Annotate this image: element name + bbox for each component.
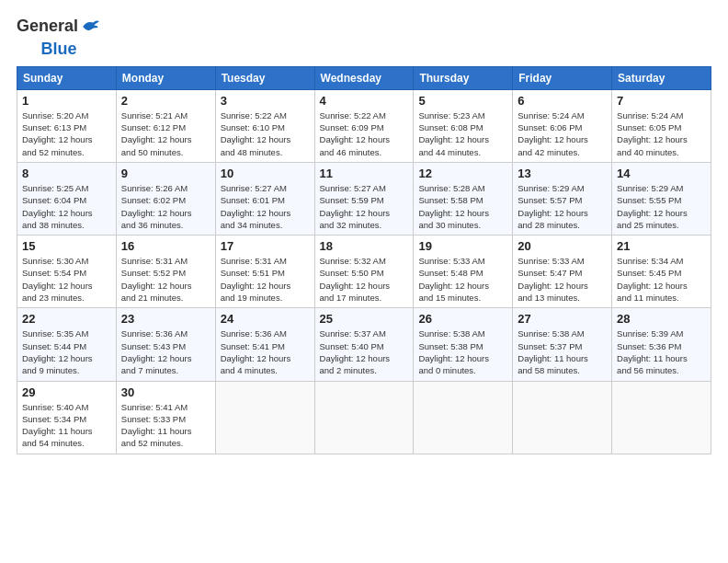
day-number: 25 xyxy=(320,312,409,326)
day-number: 24 xyxy=(221,312,310,326)
day-number: 10 xyxy=(221,167,310,180)
day-number: 1 xyxy=(22,94,111,108)
day-number: 15 xyxy=(22,239,111,253)
calendar-header-wednesday: Wednesday xyxy=(314,66,414,89)
day-info: Sunrise: 5:24 AM Sunset: 6:06 PM Dayligh… xyxy=(518,109,607,158)
calendar-cell: 9Sunrise: 5:26 AM Sunset: 6:02 PM Daylig… xyxy=(116,162,215,235)
calendar-cell: 23Sunrise: 5:36 AM Sunset: 5:43 PM Dayli… xyxy=(116,308,215,381)
calendar-cell: 30Sunrise: 5:41 AM Sunset: 5:33 PM Dayli… xyxy=(116,381,215,454)
day-info: Sunrise: 5:29 AM Sunset: 5:57 PM Dayligh… xyxy=(518,182,607,231)
calendar-cell: 13Sunrise: 5:29 AM Sunset: 5:57 PM Dayli… xyxy=(513,162,612,235)
calendar-week-3: 15Sunrise: 5:30 AM Sunset: 5:54 PM Dayli… xyxy=(17,236,711,308)
day-number: 2 xyxy=(121,94,210,108)
calendar-header-tuesday: Tuesday xyxy=(215,66,314,89)
calendar-cell xyxy=(215,381,314,454)
day-number: 12 xyxy=(418,167,507,180)
calendar-cell: 15Sunrise: 5:30 AM Sunset: 5:54 PM Dayli… xyxy=(17,236,117,308)
day-info: Sunrise: 5:26 AM Sunset: 6:02 PM Dayligh… xyxy=(121,182,210,231)
calendar-week-4: 22Sunrise: 5:35 AM Sunset: 5:44 PM Dayli… xyxy=(17,308,711,381)
calendar-cell: 14Sunrise: 5:29 AM Sunset: 5:55 PM Dayli… xyxy=(612,162,711,235)
day-info: Sunrise: 5:25 AM Sunset: 6:04 PM Dayligh… xyxy=(22,182,111,231)
day-number: 28 xyxy=(617,312,706,326)
calendar-cell: 22Sunrise: 5:35 AM Sunset: 5:44 PM Dayli… xyxy=(17,308,117,381)
day-info: Sunrise: 5:35 AM Sunset: 5:44 PM Dayligh… xyxy=(22,327,111,376)
day-number: 13 xyxy=(518,167,607,180)
day-number: 21 xyxy=(617,239,706,253)
calendar-week-1: 1Sunrise: 5:20 AM Sunset: 6:13 PM Daylig… xyxy=(17,89,711,162)
day-number: 8 xyxy=(22,167,111,180)
day-info: Sunrise: 5:36 AM Sunset: 5:41 PM Dayligh… xyxy=(221,327,310,376)
calendar-cell: 20Sunrise: 5:33 AM Sunset: 5:47 PM Dayli… xyxy=(513,236,612,308)
day-number: 16 xyxy=(121,239,210,253)
calendar-cell: 24Sunrise: 5:36 AM Sunset: 5:41 PM Dayli… xyxy=(215,308,314,381)
day-info: Sunrise: 5:31 AM Sunset: 5:52 PM Dayligh… xyxy=(121,255,210,304)
day-number: 4 xyxy=(320,94,409,108)
day-number: 11 xyxy=(320,167,409,180)
calendar-cell: 27Sunrise: 5:38 AM Sunset: 5:37 PM Dayli… xyxy=(513,308,612,381)
day-number: 5 xyxy=(418,94,507,108)
day-info: Sunrise: 5:40 AM Sunset: 5:34 PM Dayligh… xyxy=(22,401,111,450)
calendar-cell: 7Sunrise: 5:24 AM Sunset: 6:05 PM Daylig… xyxy=(612,89,711,162)
calendar-cell: 4Sunrise: 5:22 AM Sunset: 6:09 PM Daylig… xyxy=(314,89,414,162)
calendar-cell xyxy=(612,381,711,454)
day-info: Sunrise: 5:33 AM Sunset: 5:47 PM Dayligh… xyxy=(518,255,607,304)
calendar-header-friday: Friday xyxy=(513,66,612,89)
calendar-cell: 10Sunrise: 5:27 AM Sunset: 6:01 PM Dayli… xyxy=(215,162,314,235)
day-number: 29 xyxy=(22,385,111,399)
calendar-cell: 17Sunrise: 5:31 AM Sunset: 5:51 PM Dayli… xyxy=(215,236,314,308)
logo-blue-text: Blue xyxy=(41,40,77,58)
day-number: 19 xyxy=(418,239,507,253)
day-number: 27 xyxy=(518,312,607,326)
calendar-cell xyxy=(314,381,414,454)
day-info: Sunrise: 5:22 AM Sunset: 6:10 PM Dayligh… xyxy=(221,109,310,158)
calendar-header-row: SundayMondayTuesdayWednesdayThursdayFrid… xyxy=(17,66,711,89)
calendar-header-thursday: Thursday xyxy=(414,66,513,89)
day-info: Sunrise: 5:20 AM Sunset: 6:13 PM Dayligh… xyxy=(22,109,111,158)
day-info: Sunrise: 5:34 AM Sunset: 5:45 PM Dayligh… xyxy=(617,255,706,304)
day-info: Sunrise: 5:32 AM Sunset: 5:50 PM Dayligh… xyxy=(320,255,409,304)
calendar-cell: 8Sunrise: 5:25 AM Sunset: 6:04 PM Daylig… xyxy=(17,162,117,235)
day-number: 20 xyxy=(518,239,607,253)
calendar-cell: 11Sunrise: 5:27 AM Sunset: 5:59 PM Dayli… xyxy=(314,162,414,235)
calendar-week-5: 29Sunrise: 5:40 AM Sunset: 5:34 PM Dayli… xyxy=(17,381,711,454)
day-number: 22 xyxy=(22,312,111,326)
day-info: Sunrise: 5:39 AM Sunset: 5:36 PM Dayligh… xyxy=(617,327,706,376)
day-info: Sunrise: 5:38 AM Sunset: 5:37 PM Dayligh… xyxy=(518,327,607,376)
header: GeneralBlue xyxy=(17,17,711,59)
day-info: Sunrise: 5:27 AM Sunset: 6:01 PM Dayligh… xyxy=(221,182,310,231)
day-number: 6 xyxy=(518,94,607,108)
calendar-cell: 2Sunrise: 5:21 AM Sunset: 6:12 PM Daylig… xyxy=(116,89,215,162)
calendar-cell: 6Sunrise: 5:24 AM Sunset: 6:06 PM Daylig… xyxy=(513,89,612,162)
calendar-cell xyxy=(513,381,612,454)
calendar-cell: 1Sunrise: 5:20 AM Sunset: 6:13 PM Daylig… xyxy=(17,89,117,162)
day-info: Sunrise: 5:38 AM Sunset: 5:38 PM Dayligh… xyxy=(418,327,507,376)
day-info: Sunrise: 5:41 AM Sunset: 5:33 PM Dayligh… xyxy=(121,401,210,450)
calendar-cell: 25Sunrise: 5:37 AM Sunset: 5:40 PM Dayli… xyxy=(314,308,414,381)
calendar-cell: 26Sunrise: 5:38 AM Sunset: 5:38 PM Dayli… xyxy=(414,308,513,381)
calendar-table: SundayMondayTuesdayWednesdayThursdayFrid… xyxy=(17,66,711,454)
calendar-header-monday: Monday xyxy=(116,66,215,89)
logo: GeneralBlue xyxy=(17,17,101,59)
day-info: Sunrise: 5:24 AM Sunset: 6:05 PM Dayligh… xyxy=(617,109,706,158)
calendar-cell xyxy=(414,381,513,454)
calendar-cell: 5Sunrise: 5:23 AM Sunset: 6:08 PM Daylig… xyxy=(414,89,513,162)
calendar-cell: 18Sunrise: 5:32 AM Sunset: 5:50 PM Dayli… xyxy=(314,236,414,308)
calendar-cell: 19Sunrise: 5:33 AM Sunset: 5:48 PM Dayli… xyxy=(414,236,513,308)
day-info: Sunrise: 5:22 AM Sunset: 6:09 PM Dayligh… xyxy=(320,109,409,158)
calendar-header-saturday: Saturday xyxy=(612,66,711,89)
day-number: 17 xyxy=(221,239,310,253)
day-number: 3 xyxy=(221,94,310,108)
calendar-week-2: 8Sunrise: 5:25 AM Sunset: 6:04 PM Daylig… xyxy=(17,162,711,235)
logo-bird-icon xyxy=(81,17,101,37)
day-number: 23 xyxy=(121,312,210,326)
day-number: 30 xyxy=(121,385,210,399)
logo-general-text: General xyxy=(17,17,78,36)
calendar-cell: 12Sunrise: 5:28 AM Sunset: 5:58 PM Dayli… xyxy=(414,162,513,235)
day-info: Sunrise: 5:21 AM Sunset: 6:12 PM Dayligh… xyxy=(121,109,210,158)
day-number: 26 xyxy=(418,312,507,326)
day-info: Sunrise: 5:33 AM Sunset: 5:48 PM Dayligh… xyxy=(418,255,507,304)
day-number: 14 xyxy=(617,167,706,180)
day-number: 18 xyxy=(320,239,409,253)
day-info: Sunrise: 5:31 AM Sunset: 5:51 PM Dayligh… xyxy=(221,255,310,304)
day-info: Sunrise: 5:36 AM Sunset: 5:43 PM Dayligh… xyxy=(121,327,210,376)
